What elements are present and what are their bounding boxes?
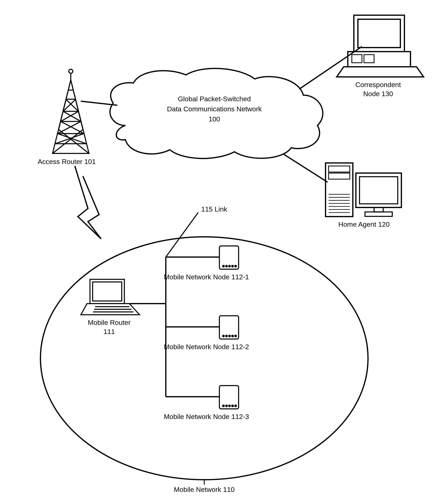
svg-point-52 — [229, 265, 230, 267]
svg-rect-1 — [358, 19, 400, 48]
svg-rect-39 — [90, 279, 124, 304]
svg-point-65 — [232, 405, 233, 407]
cloud-text-line3: 100 — [209, 115, 220, 123]
svg-rect-16 — [360, 177, 398, 204]
svg-point-50 — [223, 265, 224, 267]
svg-rect-5 — [326, 163, 353, 217]
svg-point-56 — [223, 335, 224, 337]
svg-rect-40 — [93, 282, 122, 301]
mobile-network-node-2-label: Mobile Network Node 112-2 — [164, 343, 249, 351]
svg-point-66 — [235, 405, 236, 407]
svg-point-58 — [229, 335, 230, 337]
svg-point-54 — [235, 265, 236, 267]
cloud-text-line1: Global Packet-Switched — [178, 95, 251, 103]
mobile-router-label-2: 111 — [104, 328, 115, 336]
correspondent-node-label-2: Node 130 — [363, 90, 393, 98]
svg-rect-15 — [356, 173, 401, 207]
home-agent-label: Home Agent 120 — [338, 220, 389, 228]
svg-line-30 — [61, 111, 79, 121]
mobile-network-node-3-label: Mobile Network Node 112-3 — [164, 413, 249, 420]
svg-line-19 — [59, 80, 71, 130]
svg-rect-4 — [364, 55, 374, 63]
access-router-icon — [53, 69, 89, 153]
svg-rect-0 — [354, 15, 404, 52]
svg-rect-6 — [329, 166, 350, 172]
svg-line-34 — [58, 121, 81, 134]
wireless-link — [75, 166, 101, 239]
svg-point-53 — [232, 265, 233, 267]
svg-point-38 — [69, 69, 73, 73]
correspondent-node-label-1: Correspondent — [355, 81, 401, 88]
svg-rect-3 — [352, 55, 362, 63]
svg-line-36 — [55, 134, 84, 144]
cloud-text-line2: Data Communications Network — [167, 105, 262, 113]
leader-link-115 — [166, 213, 198, 257]
home-agent-icon — [326, 163, 401, 217]
svg-rect-2 — [348, 52, 410, 67]
link-label: 115 Link — [201, 205, 227, 213]
mobile-network-node-1-icon — [219, 246, 239, 269]
svg-point-51 — [226, 265, 227, 267]
svg-point-63 — [226, 405, 227, 407]
svg-line-35 — [58, 134, 86, 144]
mobile-router-icon — [81, 279, 140, 315]
mobile-network-label: Mobile Network 110 — [174, 486, 235, 493]
svg-point-62 — [223, 405, 224, 407]
svg-rect-17 — [374, 207, 383, 212]
link-cloud-homeagent — [283, 154, 328, 182]
correspondent-node-icon — [337, 15, 424, 77]
svg-line-29 — [63, 111, 81, 121]
svg-rect-7 — [329, 173, 350, 179]
svg-rect-18 — [365, 212, 392, 216]
mobile-network-node-3-icon — [219, 386, 239, 409]
svg-point-64 — [229, 405, 230, 407]
mobile-router-label-1: Mobile Router — [88, 319, 131, 326]
svg-point-59 — [232, 335, 233, 337]
mobile-network-node-1-label: Mobile Network Node 112-1 — [164, 273, 249, 281]
svg-line-33 — [61, 121, 84, 134]
access-router-label: Access Router 101 — [38, 158, 96, 165]
mobile-network-node-2-icon — [219, 316, 239, 339]
link-cloud-correspondent — [299, 47, 362, 89]
cloud-network: Global Packet-Switched Data Communicatio… — [110, 68, 323, 158]
svg-line-20 — [71, 80, 83, 130]
svg-point-57 — [226, 335, 227, 337]
diagram-canvas: Global Packet-Switched Data Communicatio… — [0, 0, 441, 504]
svg-point-60 — [235, 335, 236, 337]
